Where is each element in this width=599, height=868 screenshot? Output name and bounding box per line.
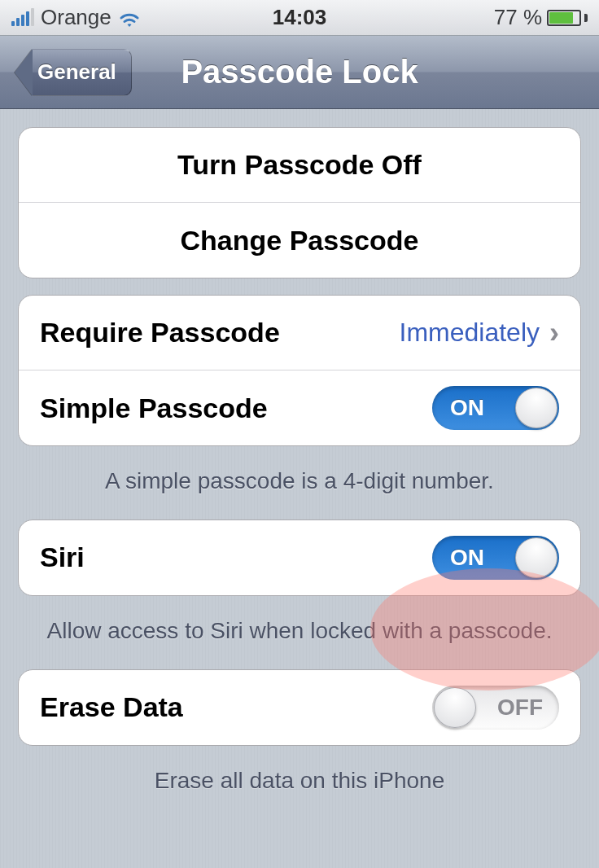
group-passcode-settings: Require Passcode Immediately › Simple Pa… (18, 295, 581, 446)
group-erase: Erase Data OFF (18, 669, 581, 746)
simple-passcode-label: Simple Passcode (40, 392, 268, 424)
siri-row: Siri ON (19, 520, 580, 595)
signal-strength-icon (11, 10, 34, 26)
status-right: 77 % (494, 5, 588, 30)
turn-passcode-off-button[interactable]: Turn Passcode Off (19, 128, 580, 203)
require-passcode-row[interactable]: Require Passcode Immediately › (19, 296, 580, 370)
toggle-off-text: OFF (497, 695, 543, 721)
simple-passcode-row: Simple Passcode ON (19, 370, 580, 445)
toggle-knob (434, 687, 476, 728)
simple-passcode-footer: A simple passcode is a 4-digit number. (18, 462, 581, 519)
page-title: Passcode Lock (181, 54, 418, 90)
group-siri: Siri ON (18, 519, 581, 596)
siri-footer: Allow access to Siri when locked with a … (18, 612, 581, 669)
simple-passcode-toggle[interactable]: ON (432, 386, 559, 430)
erase-data-toggle[interactable]: OFF (432, 686, 559, 730)
erase-data-footer: Erase all data on this iPhone (18, 762, 581, 819)
siri-label: Siri (40, 541, 85, 573)
back-button-label: General (33, 49, 132, 96)
change-passcode-label: Change Passcode (40, 225, 559, 256)
battery-percent: 77 % (494, 5, 542, 30)
content: Turn Passcode Off Change Passcode Requir… (0, 109, 599, 818)
require-passcode-label: Require Passcode (40, 317, 280, 349)
settings-screen: Orange 14:03 77 % General Passcode Lock (0, 0, 599, 868)
wifi-icon (118, 9, 141, 27)
erase-data-label: Erase Data (40, 691, 183, 723)
group-passcode-actions: Turn Passcode Off Change Passcode (18, 127, 581, 278)
battery-icon (547, 10, 588, 26)
status-left: Orange (11, 5, 141, 30)
require-passcode-value: Immediately (400, 318, 550, 348)
chevron-right-icon: › (549, 316, 559, 350)
turn-passcode-off-label: Turn Passcode Off (40, 149, 559, 181)
erase-data-row: Erase Data OFF (19, 670, 580, 745)
carrier-label: Orange (41, 5, 111, 30)
toggle-knob (515, 388, 557, 428)
back-button[interactable]: General (15, 49, 132, 96)
change-passcode-button[interactable]: Change Passcode (19, 203, 580, 278)
toggle-knob (515, 537, 557, 578)
clock: 14:03 (273, 5, 327, 30)
status-bar: Orange 14:03 77 % (0, 0, 599, 36)
siri-toggle[interactable]: ON (432, 536, 559, 580)
nav-bar: General Passcode Lock (0, 36, 599, 109)
toggle-on-text: ON (450, 545, 484, 571)
toggle-on-text: ON (450, 395, 484, 421)
